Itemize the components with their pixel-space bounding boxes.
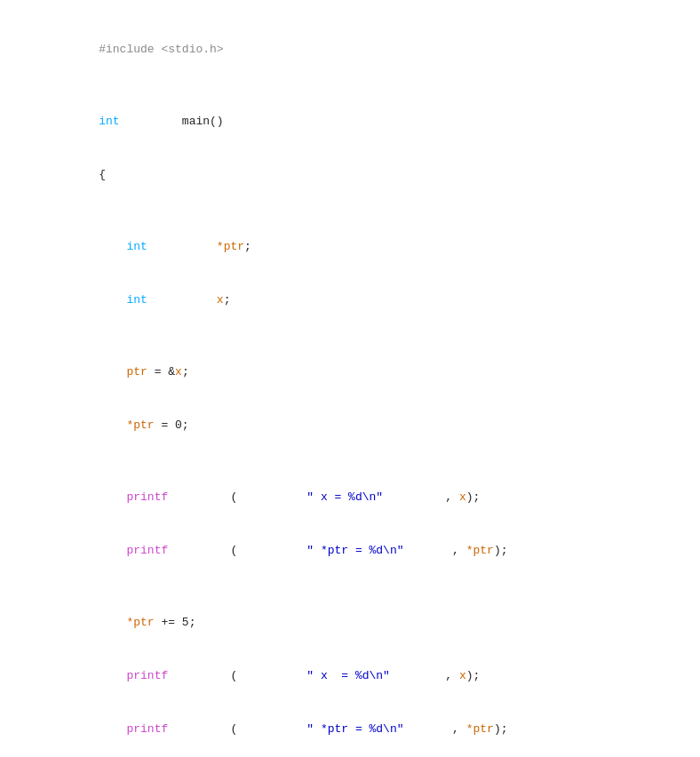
code-ptr-add: *ptr += 5; [71,596,682,649]
code-var-ptr: int *ptr; [71,220,682,274]
code-printf-1a: printf ( " x = %d\n" , x); [71,471,682,524]
code-open-brace: { [71,148,682,202]
code-printf-2b: printf ( " *ptr = %d\n" , *ptr); [71,703,682,756]
code-var-x: int x; [71,274,682,327]
code-printf-1b: printf ( " *ptr = %d\n" , *ptr); [71,524,682,578]
code-block: #include <stdio.h> int main() { int *ptr… [71,23,682,757]
code-assign-deref: *ptr = 0; [71,399,682,452]
code-assign-ptr: ptr = &x; [71,346,682,399]
code-include: #include <stdio.h> [71,23,682,76]
code-printf-2a: printf ( " x = %d\n" , x); [71,649,682,703]
code-main-decl: int main() [71,95,682,148]
